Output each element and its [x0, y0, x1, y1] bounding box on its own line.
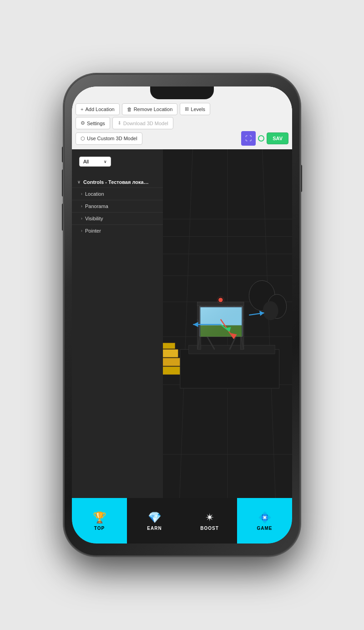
svg-rect-20 [163, 343, 175, 349]
3d-viewport[interactable] [163, 149, 292, 498]
controls-panel: All ∨ ∨ Controls - Тестовая локация-хост… [72, 149, 163, 498]
svg-point-36 [263, 301, 278, 320]
controls-header: ∨ Controls - Тестовая локация-хостинг 2 [72, 177, 163, 188]
svg-rect-18 [163, 358, 182, 366]
svg-rect-19 [163, 350, 178, 357]
phone-screen: + Add Location 🗑 Remove Location ⊞ Level… [72, 86, 292, 544]
use-custom-3d-model-button[interactable]: ⬡ Use Custom 3D Model [76, 132, 142, 145]
expand-button[interactable]: ⛶ [241, 131, 256, 146]
main-area: All ∨ ∨ Controls - Тестовая локация-хост… [72, 149, 292, 498]
settings-label: Settings [87, 121, 105, 126]
pointer-label: Pointer [85, 228, 101, 234]
cube-icon: ⬡ [81, 136, 85, 142]
add-icon: + [81, 107, 83, 112]
earn-label: EARN [147, 526, 162, 531]
save-button[interactable]: SAV [267, 132, 288, 144]
remove-location-label: Remove Location [134, 107, 173, 112]
download-icon: ⬇ [117, 120, 121, 126]
dropdown-value: All [83, 159, 89, 164]
boost-label: BOOST [200, 526, 219, 531]
power-button [300, 165, 302, 192]
panorama-label: Panorama [85, 203, 108, 209]
trash-icon: 🗑 [127, 107, 132, 112]
save-label: SAV [273, 136, 283, 141]
nav-earn-button[interactable]: 💎 EARN [127, 498, 182, 544]
svg-rect-25 [197, 302, 244, 306]
bottom-nav: 🏆 TOP 💎 EARN ✴ BOOST 💠 GAME [72, 498, 292, 544]
chevron-right-icon: › [81, 192, 82, 196]
top-label: TOP [94, 526, 105, 531]
controls-section: ∨ Controls - Тестовая локация-хостинг 2 … [72, 174, 163, 239]
location-item[interactable]: › Location [72, 188, 163, 200]
svg-rect-33 [200, 307, 242, 335]
chevron-right-icon: › [81, 216, 82, 221]
chevron-down-icon: ∨ [104, 159, 107, 164]
svg-rect-21 [180, 350, 279, 388]
boost-icon: ✴ [205, 511, 214, 524]
panorama-item[interactable]: › Panorama [72, 200, 163, 212]
toolbar-row-2: ⚙ Settings ⬇ Download 3D Model [76, 117, 288, 129]
all-dropdown[interactable]: All ∨ [79, 157, 111, 167]
add-location-label: Add Location [85, 107, 114, 112]
nav-boost-button[interactable]: ✴ BOOST [182, 498, 237, 544]
notch [150, 86, 214, 99]
nav-game-button[interactable]: 💠 GAME [237, 498, 292, 544]
location-label: Location [85, 191, 104, 197]
game-icon: 💠 [258, 511, 272, 524]
scene-svg [163, 149, 292, 498]
visibility-item[interactable]: › Visibility [72, 212, 163, 224]
chevron-right-icon: › [81, 204, 82, 208]
pointer-item[interactable]: › Pointer [72, 224, 163, 237]
nav-top-button[interactable]: 🏆 TOP [72, 498, 127, 544]
gear-icon: ⚙ [81, 120, 85, 126]
svg-point-37 [218, 298, 222, 302]
toolbar-row-3: ⬡ Use Custom 3D Model ⛶ SAV [76, 131, 288, 146]
status-dot [258, 135, 264, 142]
settings-button[interactable]: ⚙ Settings [76, 117, 110, 129]
use-custom-3d-model-label: Use Custom 3D Model [87, 136, 137, 141]
svg-rect-22 [189, 345, 275, 354]
toolbar-row-1: + Add Location 🗑 Remove Location ⊞ Level… [76, 103, 288, 115]
game-label: GAME [257, 526, 273, 531]
svg-marker-42 [193, 322, 198, 327]
chevron-down-icon: ∨ [77, 180, 81, 184]
visibility-label: Visibility [85, 216, 103, 221]
phone-device: + Add Location 🗑 Remove Location ⊞ Level… [64, 74, 300, 556]
levels-label: Levels [191, 107, 205, 112]
layers-icon: ⊞ [185, 106, 189, 112]
chevron-right-icon: › [81, 229, 82, 233]
remove-location-button[interactable]: 🗑 Remove Location [122, 103, 178, 115]
top-icon: 🏆 [93, 511, 106, 524]
levels-button[interactable]: ⊞ Levels [180, 103, 210, 115]
download-3d-model-button[interactable]: ⬇ Download 3D Model [112, 117, 173, 129]
download-3d-model-label: Download 3D Model [123, 121, 168, 126]
controls-title: Controls - Тестовая локация-хостинг 2 [83, 179, 152, 185]
earn-icon: 💎 [148, 511, 162, 524]
screen-content: + Add Location 🗑 Remove Location ⊞ Level… [72, 86, 292, 544]
add-location-button[interactable]: + Add Location [76, 103, 120, 115]
expand-icon: ⛶ [245, 135, 252, 142]
